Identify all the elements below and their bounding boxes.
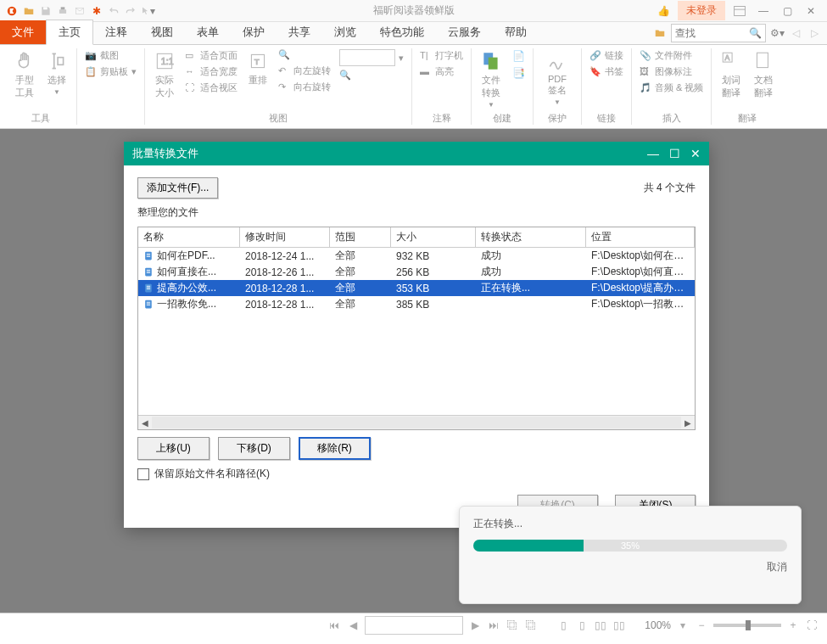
- typewriter-button[interactable]: T|打字机: [419, 48, 464, 63]
- open-icon[interactable]: [21, 3, 36, 19]
- col-range[interactable]: 范围: [330, 227, 391, 247]
- nav-next-icon[interactable]: ▷: [807, 25, 822, 41]
- col-location[interactable]: 位置: [586, 227, 695, 247]
- email-icon[interactable]: [72, 3, 87, 19]
- minimize-icon[interactable]: —: [754, 3, 773, 19]
- tab-comment[interactable]: 注释: [93, 20, 139, 44]
- tab-file[interactable]: 文件: [0, 20, 46, 44]
- tab-special[interactable]: 特色功能: [368, 20, 436, 44]
- undo-icon[interactable]: [106, 3, 121, 19]
- tab-protect[interactable]: 保护: [231, 20, 277, 44]
- pdf-sign-button[interactable]: PDF 签名▼: [545, 48, 570, 108]
- search-box[interactable]: 🔍: [671, 24, 766, 42]
- rotate-right-button[interactable]: ↷向右旋转: [277, 80, 332, 94]
- table-row[interactable]: 提高办公效...2018-12-28 1...全部353 KB正在转换...F:…: [138, 280, 695, 296]
- next-page-icon[interactable]: ▶: [468, 619, 482, 632]
- media-button[interactable]: 🎵音频 & 视频: [639, 81, 704, 95]
- print-icon[interactable]: [55, 3, 70, 19]
- snapshot-button[interactable]: 📷截图: [84, 48, 137, 63]
- table-row[interactable]: 一招教你免...2018-12-28 1...全部385 KBF:\Deskto…: [138, 296, 695, 312]
- tab-cloud[interactable]: 云服务: [436, 20, 493, 44]
- actual-size-button[interactable]: 1:1实际 大小: [152, 48, 177, 101]
- word-translate-button[interactable]: A划词 翻译: [718, 48, 744, 101]
- search-icon[interactable]: 🔍: [746, 27, 764, 39]
- dialog-minimize-icon[interactable]: —: [647, 147, 659, 160]
- first-page-icon[interactable]: ⏮: [327, 619, 341, 632]
- zoom-in-icon[interactable]: +: [786, 619, 800, 632]
- table-row[interactable]: 如何在PDF...2018-12-24 1...全部932 KB成功F:\Des…: [138, 248, 695, 264]
- view-mode1-icon[interactable]: ⿻: [506, 619, 519, 632]
- add-file-button[interactable]: 添加文件(F)...: [137, 177, 218, 199]
- cursor-dropdown-icon[interactable]: ▾: [140, 3, 155, 19]
- tab-help[interactable]: 帮助: [493, 20, 539, 44]
- move-up-button[interactable]: 上移(U): [137, 437, 210, 460]
- last-page-icon[interactable]: ⏭: [487, 619, 500, 632]
- continuous-icon[interactable]: ▯: [575, 619, 589, 632]
- view-mode2-icon[interactable]: ⿻: [524, 619, 538, 632]
- col-status[interactable]: 转换状态: [476, 227, 586, 247]
- thumbs-up-icon[interactable]: 👍: [654, 3, 673, 19]
- rotate-left-button[interactable]: ↶向左旋转: [277, 64, 332, 78]
- folder-search-icon[interactable]: [652, 25, 668, 41]
- tab-form[interactable]: 表单: [185, 20, 231, 44]
- cancel-link[interactable]: 取消: [767, 561, 787, 573]
- dialog-titlebar[interactable]: 批量转换文件 — ☐ ✕: [124, 142, 709, 165]
- create-opt1-icon[interactable]: 📄: [511, 48, 526, 64]
- zoom-combo[interactable]: ▾: [338, 48, 405, 67]
- doc-translate-button[interactable]: 文档 翻译: [751, 48, 776, 101]
- close-icon[interactable]: ✕: [802, 3, 820, 19]
- ribbon-toggle-icon[interactable]: [730, 3, 749, 19]
- facing-icon[interactable]: ▯▯: [594, 619, 607, 632]
- settings-icon[interactable]: ⚙▾: [769, 25, 785, 41]
- fit-visible-button[interactable]: ⛶适合视区: [184, 81, 238, 95]
- attachment-button[interactable]: 📎文件附件: [639, 48, 704, 63]
- zoom-out-button[interactable]: 🔍: [277, 48, 332, 62]
- zoom-slider[interactable]: [713, 624, 781, 627]
- scroll-left-icon[interactable]: ◀: [138, 418, 152, 428]
- tab-view[interactable]: 视图: [139, 20, 185, 44]
- maximize-icon[interactable]: ▢: [778, 3, 796, 19]
- single-page-icon[interactable]: ▯: [556, 619, 570, 632]
- search-input[interactable]: [672, 27, 746, 39]
- col-time[interactable]: 修改时间: [240, 227, 330, 247]
- nav-prev-icon[interactable]: ◁: [788, 25, 803, 41]
- save-icon[interactable]: [38, 3, 53, 19]
- prev-page-icon[interactable]: ◀: [346, 619, 360, 632]
- table-body[interactable]: 如何在PDF...2018-12-24 1...全部932 KB成功F:\Des…: [138, 248, 695, 415]
- remove-button[interactable]: 移除(R): [299, 437, 371, 460]
- col-size[interactable]: 大小: [391, 227, 476, 247]
- table-row[interactable]: 如何直接在...2018-12-26 1...全部256 KB成功F:\Desk…: [138, 264, 695, 280]
- highlight-button[interactable]: ▬高亮: [419, 64, 464, 79]
- zoom-dropdown-icon[interactable]: ▾: [676, 619, 690, 632]
- new-icon[interactable]: ✱: [89, 3, 104, 19]
- hand-tool-button[interactable]: 手型 工具: [12, 48, 37, 101]
- fullscreen-icon[interactable]: ⛶: [805, 619, 819, 632]
- reflow-button[interactable]: T重排: [245, 48, 271, 88]
- page-number-input[interactable]: [365, 616, 463, 635]
- dialog-close-icon[interactable]: ✕: [690, 147, 701, 160]
- dialog-maximize-icon[interactable]: ☐: [669, 147, 680, 160]
- bookmark-button[interactable]: 🔖书签: [589, 64, 624, 79]
- create-opt2-icon[interactable]: 📑: [511, 65, 526, 81]
- zoom-in-button[interactable]: 🔍: [338, 69, 405, 82]
- redo-icon[interactable]: [123, 3, 138, 19]
- checkbox-icon[interactable]: [137, 468, 149, 480]
- col-name[interactable]: 名称: [138, 227, 240, 247]
- scroll-right-icon[interactable]: ▶: [681, 418, 695, 428]
- image-annot-button[interactable]: 🖼图像标注: [639, 64, 704, 79]
- fit-page-button[interactable]: ▭适合页面: [184, 48, 238, 63]
- select-tool-button[interactable]: 选择▼: [44, 48, 70, 98]
- file-convert-button[interactable]: 文件 转换▼: [478, 48, 504, 110]
- clipboard-button[interactable]: 📋剪贴板▾: [84, 64, 137, 79]
- tab-home[interactable]: 主页: [46, 20, 93, 45]
- link-button[interactable]: 🔗链接: [589, 48, 624, 63]
- horizontal-scrollbar[interactable]: ◀ ▶: [138, 415, 695, 429]
- tab-share[interactable]: 共享: [277, 20, 322, 44]
- continuous-facing-icon[interactable]: ▯▯: [612, 619, 626, 632]
- move-down-button[interactable]: 下移(D): [218, 437, 290, 460]
- fit-width-button[interactable]: ↔适合宽度: [184, 64, 238, 79]
- login-button[interactable]: 未登录: [678, 1, 725, 20]
- keep-name-checkbox[interactable]: 保留原始文件名和路径(K): [137, 467, 696, 481]
- tab-browse[interactable]: 浏览: [322, 20, 368, 44]
- zoom-out-icon[interactable]: −: [695, 619, 708, 632]
